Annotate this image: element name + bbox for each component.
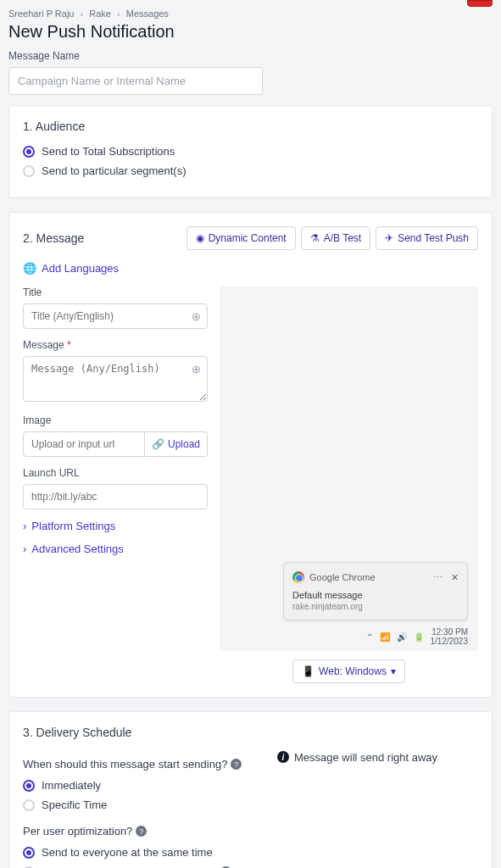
- radio-particular-segments[interactable]: Send to particular segment(s): [23, 164, 478, 177]
- lightning-icon: ◉: [196, 232, 204, 244]
- radio-label: Specific Time: [42, 798, 107, 811]
- delivery-section: 3. Delivery Schedule When should this me…: [8, 711, 493, 868]
- platform-selector[interactable]: 📱 Web: Windows ▾: [292, 659, 405, 683]
- info-icon: i: [277, 751, 289, 763]
- dynamic-content-button[interactable]: ◉ Dynamic Content: [186, 226, 296, 250]
- radio-label: Send to particular segment(s): [42, 164, 186, 177]
- ab-test-button[interactable]: ⚗ A/B Test: [301, 226, 370, 250]
- audience-section: 1. Audience Send to Total Subscriptions …: [8, 105, 493, 198]
- chevron-right-icon: ›: [81, 8, 84, 19]
- chevron-up-icon: ⌃: [366, 632, 373, 642]
- add-languages-link[interactable]: 🌐 Add Languages: [23, 262, 119, 275]
- radio-icon: [23, 799, 35, 811]
- platform-settings-toggle[interactable]: › Platform Settings: [23, 520, 208, 532]
- title-label: Title: [23, 287, 208, 298]
- delivery-title: 3. Delivery Schedule: [23, 726, 478, 739]
- breadcrumb-root[interactable]: Sreehari P Raju: [8, 8, 74, 19]
- upload-button[interactable]: 🔗 Upload: [145, 431, 208, 457]
- status-bar: ⌃ 📶 🔊 🔋 12:30 PM 1/12/2023: [366, 627, 469, 646]
- notif-message: Default message: [292, 590, 459, 600]
- message-name-label: Message Name: [8, 50, 493, 62]
- notif-app-name: Google Chrome: [309, 572, 376, 582]
- chrome-icon: [292, 571, 304, 583]
- advanced-settings-toggle[interactable]: › Advanced Settings: [23, 542, 208, 555]
- preview-pane: Google Chrome ⋯ ✕ Default message rake.n…: [220, 287, 478, 651]
- status-time: 12:30 PM: [431, 627, 469, 637]
- launch-url-input[interactable]: [23, 484, 208, 509]
- image-label: Image: [23, 415, 208, 426]
- phone-icon: 📱: [302, 665, 315, 677]
- help-icon[interactable]: ?: [231, 759, 242, 770]
- radio-icon: [23, 847, 35, 859]
- radio-label: Immediately: [42, 779, 101, 792]
- chevron-right-icon: ›: [117, 8, 120, 19]
- volume-icon: 🔊: [397, 632, 407, 642]
- title-input[interactable]: [23, 303, 208, 329]
- per-user-opt-label: Per user optimization? ?: [23, 825, 260, 837]
- globe-icon: 🌐: [23, 262, 36, 275]
- notif-origin: rake.ninjateam.org: [292, 602, 459, 611]
- message-name-input[interactable]: [8, 67, 263, 95]
- plus-circle-icon[interactable]: ⊕: [192, 363, 201, 376]
- radio-same-time[interactable]: Send to everyone at the same time: [23, 846, 260, 859]
- breadcrumb: Sreehari P Raju › Rake › Messages: [0, 0, 501, 22]
- breadcrumb-app[interactable]: Rake: [89, 8, 111, 19]
- radio-label: Send to Total Subscriptions: [42, 145, 175, 158]
- more-icon[interactable]: ⋯: [433, 572, 443, 583]
- plus-circle-icon[interactable]: ⊕: [192, 310, 201, 323]
- help-icon[interactable]: ?: [136, 826, 147, 837]
- status-date: 1/12/2023: [431, 637, 469, 646]
- radio-icon: [23, 165, 35, 177]
- chevron-right-icon: ›: [23, 520, 26, 532]
- send-icon: ✈: [385, 232, 393, 244]
- launch-url-label: Launch URL: [23, 467, 208, 479]
- message-textarea[interactable]: [23, 356, 208, 402]
- image-url-input[interactable]: [23, 431, 145, 457]
- radio-icon: [23, 780, 35, 792]
- send-test-push-button[interactable]: ✈ Send Test Push: [376, 226, 478, 250]
- radio-total-subscriptions[interactable]: Send to Total Subscriptions: [23, 145, 478, 158]
- breadcrumb-current[interactable]: Messages: [126, 8, 169, 19]
- link-icon: 🔗: [152, 438, 164, 450]
- radio-immediately[interactable]: Immediately: [23, 779, 260, 792]
- message-section: 2. Message ◉ Dynamic Content ⚗ A/B Test …: [8, 212, 493, 698]
- flask-icon: ⚗: [310, 232, 320, 244]
- page-title: New Push Notification: [0, 22, 501, 50]
- chevron-right-icon: ›: [23, 542, 26, 555]
- chevron-down-icon: ▾: [391, 665, 396, 677]
- message-title: 2. Message: [23, 231, 84, 245]
- message-label: Message *: [23, 339, 208, 351]
- radio-icon: [23, 146, 35, 158]
- close-icon[interactable]: ✕: [451, 572, 459, 583]
- radio-label: Send to everyone at the same time: [42, 846, 213, 859]
- battery-icon: 🔋: [414, 632, 424, 642]
- radio-specific-time[interactable]: Specific Time: [23, 798, 260, 811]
- notification-preview: Google Chrome ⋯ ✕ Default message rake.n…: [283, 562, 468, 620]
- delivery-info-text: Message will send right away: [294, 751, 437, 764]
- when-send-label: When should this message start sending? …: [23, 758, 260, 771]
- top-badge: [467, 0, 493, 7]
- audience-title: 1. Audience: [23, 120, 478, 133]
- wifi-icon: 📶: [380, 632, 390, 642]
